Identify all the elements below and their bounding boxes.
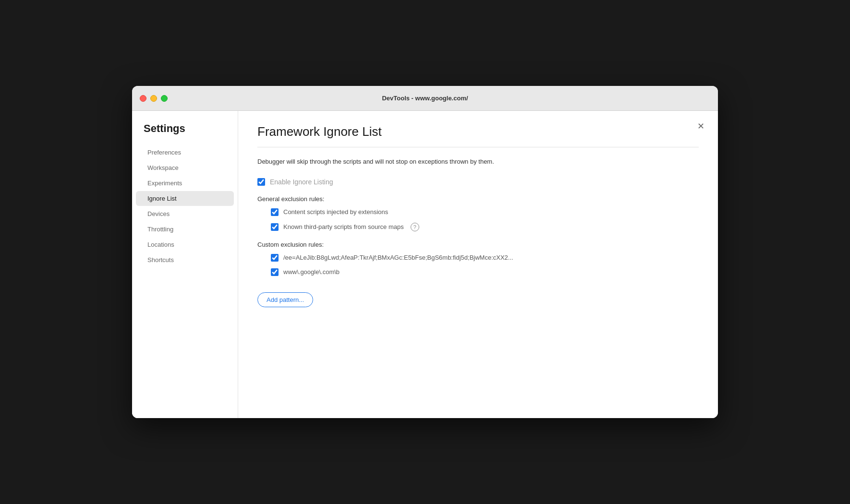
maximize-traffic-light[interactable] — [161, 95, 168, 102]
window-body: Settings Preferences Workspace Experimen… — [132, 111, 718, 418]
custom-rule-2-label: www\.google\.com\b — [283, 268, 340, 276]
settings-heading: Settings — [132, 122, 238, 144]
sidebar-item-devices[interactable]: Devices — [136, 206, 234, 221]
help-icon[interactable]: ? — [411, 223, 419, 231]
content-scripts-row: Content scripts injected by extensions — [271, 208, 699, 216]
divider — [257, 147, 699, 147]
devtools-window: DevTools - www.google.com/ Settings Pref… — [132, 86, 718, 418]
description: Debugger will skip through the scripts a… — [257, 157, 699, 167]
custom-rule-1-label: /ee=ALeJib:B8gLwd;AfeaP:TkrAjf;BMxAGc:E5… — [283, 254, 513, 261]
titlebar-title: DevTools - www.google.com/ — [382, 95, 468, 102]
sidebar-item-throttling[interactable]: Throttling — [136, 222, 234, 237]
content-scripts-checkbox[interactable] — [271, 208, 279, 216]
page-title: Framework Ignore List — [257, 124, 699, 139]
third-party-scripts-label: Known third-party scripts from source ma… — [283, 223, 404, 230]
close-traffic-light[interactable] — [140, 95, 146, 102]
content-scripts-label: Content scripts injected by extensions — [283, 208, 388, 216]
titlebar: DevTools - www.google.com/ — [132, 86, 718, 111]
close-button[interactable]: ✕ — [695, 120, 706, 132]
enable-ignore-listing-row: Enable Ignore Listing — [257, 178, 699, 186]
sidebar-item-shortcuts[interactable]: Shortcuts — [136, 252, 234, 267]
sidebar-item-ignore-list[interactable]: Ignore List — [136, 191, 234, 206]
main-content: ✕ Framework Ignore List Debugger will sk… — [238, 111, 718, 418]
custom-section-label: Custom exclusion rules: — [257, 241, 699, 248]
sidebar-item-experiments[interactable]: Experiments — [136, 176, 234, 191]
custom-rule-1-row: /ee=ALeJib:B8gLwd;AfeaP:TkrAjf;BMxAGc:E5… — [271, 254, 699, 262]
sidebar-item-locations[interactable]: Locations — [136, 237, 234, 252]
minimize-traffic-light[interactable] — [150, 95, 157, 102]
sidebar-item-workspace[interactable]: Workspace — [136, 160, 234, 175]
general-section-label: General exclusion rules: — [257, 195, 699, 203]
enable-ignore-listing-label[interactable]: Enable Ignore Listing — [270, 178, 333, 186]
traffic-lights — [140, 95, 168, 102]
sidebar: Settings Preferences Workspace Experimen… — [132, 111, 238, 418]
third-party-scripts-checkbox[interactable] — [271, 223, 279, 231]
enable-ignore-listing-checkbox[interactable] — [257, 178, 265, 186]
sidebar-item-preferences[interactable]: Preferences — [136, 145, 234, 160]
add-pattern-button[interactable]: Add pattern... — [257, 292, 313, 307]
custom-rule-2-checkbox[interactable] — [271, 268, 279, 276]
custom-rule-1-checkbox[interactable] — [271, 254, 279, 262]
third-party-scripts-row: Known third-party scripts from source ma… — [271, 223, 699, 231]
custom-rule-2-row: www\.google\.com\b — [271, 268, 699, 276]
